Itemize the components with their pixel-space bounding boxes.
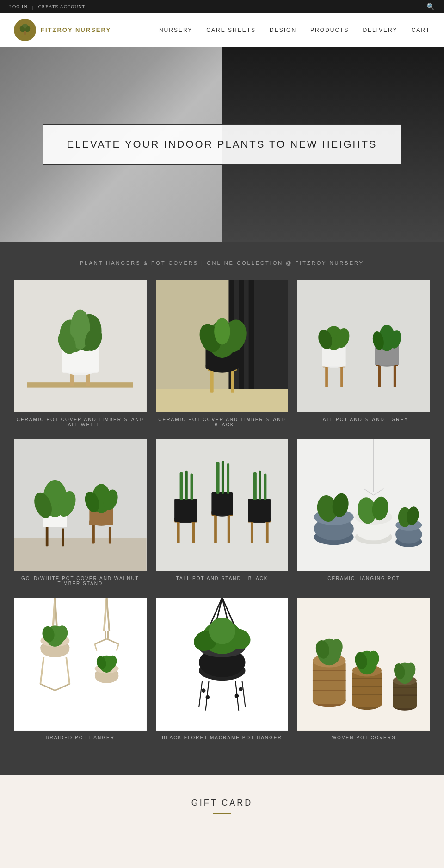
svg-point-32	[214, 318, 230, 344]
search-icon[interactable]: 🔍	[426, 3, 435, 11]
logo-text: FITZROY NURSERY	[41, 26, 111, 34]
nav-products[interactable]: PRODUCTS	[310, 27, 349, 33]
main-nav: NURSERY CARE SHEETS DESIGN PRODUCTS DELI…	[159, 27, 430, 33]
svg-point-158	[205, 695, 210, 699]
svg-rect-76	[185, 470, 188, 500]
top-bar-divider: |	[32, 4, 34, 10]
svg-point-159	[234, 694, 239, 698]
login-link[interactable]: LOG IN	[9, 4, 28, 10]
product-image-tall-black	[156, 439, 289, 572]
product-image-grey	[297, 280, 430, 412]
svg-rect-34	[297, 280, 430, 412]
svg-rect-43	[378, 364, 381, 387]
svg-rect-25	[231, 369, 234, 393]
svg-rect-84	[222, 461, 224, 494]
gift-divider	[213, 813, 231, 814]
svg-rect-23	[156, 389, 289, 412]
svg-rect-24	[210, 369, 213, 393]
create-account-link[interactable]: CREATE ACCOUNT	[38, 4, 86, 10]
svg-rect-83	[216, 462, 219, 494]
svg-rect-53	[92, 524, 95, 543]
logo-icon	[14, 19, 36, 41]
svg-rect-36	[340, 366, 343, 387]
collection-section: PLANT HANGERS & POT COVERS | ONLINE COLL…	[0, 242, 444, 775]
product-black[interactable]: CERAMIC POT COVER AND TIMBER STAND - BLA…	[156, 280, 289, 430]
product-label-black: CERAMIC POT COVER AND TIMBER STAND - BLA…	[156, 412, 289, 430]
gift-card-title: GIFT CARD	[14, 798, 430, 808]
svg-rect-90	[248, 499, 271, 522]
svg-rect-113	[14, 598, 147, 731]
product-label-hanging: CERAMIC HANGING POT	[297, 571, 430, 583]
product-label-braided: BRAIDED POT HANGER	[14, 731, 147, 743]
svg-rect-75	[179, 472, 183, 500]
svg-rect-54	[109, 527, 111, 543]
svg-rect-92	[259, 470, 261, 500]
product-macrame[interactable]: BLACK FLORET MACRAME POT HANGER	[156, 598, 289, 743]
svg-rect-77	[190, 473, 193, 500]
svg-rect-93	[264, 473, 266, 500]
product-label-tall-black: TALL POT AND STAND - BLACK	[156, 571, 289, 583]
product-image-macrame	[156, 598, 289, 731]
svg-rect-82	[211, 492, 233, 515]
product-label-tall-white: CERAMIC POT COVER AND TIMBER STAND - TAL…	[14, 412, 147, 430]
svg-rect-7	[27, 382, 133, 387]
svg-rect-91	[253, 472, 256, 500]
nav-nursery[interactable]: NURSERY	[159, 27, 192, 33]
hero-title: ELEVATE YOUR INDOOR PLANTS TO NEW HEIGHT…	[67, 137, 377, 152]
product-grid-row1: CERAMIC POT COVER AND TIMBER STAND - TAL…	[14, 280, 430, 430]
nav-design[interactable]: DESIGN	[270, 27, 296, 33]
product-label-woven: WOVEN POT COVERS	[297, 731, 430, 743]
svg-rect-86	[251, 522, 253, 543]
product-image-hanging	[297, 439, 430, 572]
svg-point-151	[209, 618, 235, 644]
header: FITZROY NURSERY NURSERY CARE SHEETS DESI…	[0, 13, 444, 47]
product-woven[interactable]: WOVEN POT COVERS	[297, 598, 430, 743]
svg-rect-62	[62, 528, 64, 546]
product-hanging[interactable]: CERAMIC HANGING POT	[297, 439, 430, 589]
product-image-woven	[297, 598, 430, 731]
product-image-gold	[14, 439, 147, 572]
product-grey[interactable]: TALL POT AND STAND - GREY	[297, 280, 430, 430]
hero-title-box: ELEVATE YOUR INDOOR PLANTS TO NEW HEIGHT…	[43, 124, 401, 166]
product-braided[interactable]: BRAIDED POT HANGER	[14, 598, 147, 743]
nav-delivery[interactable]: DELIVERY	[363, 27, 397, 33]
svg-rect-44	[394, 364, 396, 387]
top-bar-links: LOG IN | CREATE ACCOUNT	[9, 4, 86, 10]
product-grid-row2: GOLD/WHITE POT COVER AND WALNUT TIMBER S…	[14, 439, 430, 589]
svg-rect-78	[214, 515, 217, 543]
product-image-braided	[14, 598, 147, 731]
product-label-gold: GOLD/WHITE POT COVER AND WALNUT TIMBER S…	[14, 571, 147, 588]
svg-point-157	[239, 687, 243, 692]
svg-rect-52	[14, 538, 147, 572]
top-bar: LOG IN | CREATE ACCOUNT 🔍	[0, 0, 444, 13]
svg-rect-85	[227, 463, 229, 494]
svg-rect-71	[192, 522, 195, 543]
svg-rect-70	[177, 522, 180, 543]
svg-rect-87	[266, 522, 269, 543]
gift-section: GIFT CARD	[0, 775, 444, 837]
product-image-tall-white	[14, 280, 147, 412]
svg-rect-35	[326, 366, 328, 387]
product-grid-row3: BRAIDED POT HANGER	[14, 598, 430, 743]
svg-rect-61	[46, 525, 49, 546]
product-tall-black[interactable]: TALL POT AND STAND - BLACK	[156, 439, 289, 589]
product-gold[interactable]: GOLD/WHITE POT COVER AND WALNUT TIMBER S…	[14, 439, 147, 589]
nav-cart[interactable]: CART	[412, 27, 430, 33]
svg-point-156	[202, 689, 206, 693]
svg-rect-4	[24, 31, 26, 35]
product-label-macrame: BLACK FLORET MACRAME POT HANGER	[156, 731, 289, 743]
nav-care-sheets[interactable]: CARE SHEETS	[206, 27, 256, 33]
product-image-black	[156, 280, 289, 412]
collection-subtitle: PLANT HANGERS & POT COVERS | ONLINE COLL…	[14, 260, 430, 266]
product-tall-white[interactable]: CERAMIC POT COVER AND TIMBER STAND - TAL…	[14, 280, 147, 430]
svg-rect-74	[174, 499, 197, 522]
product-label-grey: TALL POT AND STAND - GREY	[297, 412, 430, 425]
svg-rect-79	[227, 515, 230, 543]
hero-banner: ELEVATE YOUR INDOOR PLANTS TO NEW HEIGHT…	[0, 47, 444, 242]
logo-area[interactable]: FITZROY NURSERY	[14, 19, 111, 41]
